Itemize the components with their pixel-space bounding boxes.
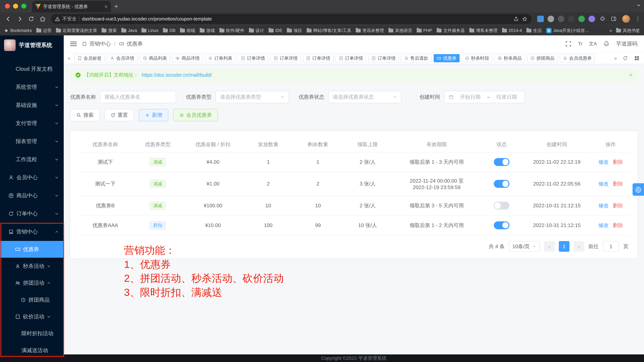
- bookmark-item[interactable]: 网站/博客/文章/工具: [307, 28, 351, 34]
- alert-close-icon[interactable]: ×: [629, 72, 632, 78]
- member-coupon-button[interactable]: 会员优惠券: [173, 109, 218, 121]
- tagsview-tab[interactable]: 订单详情: [368, 54, 399, 62]
- browser-tab[interactable]: 芋道管理系统 - 优惠券 ×: [32, 1, 111, 12]
- hamburger-icon[interactable]: [70, 42, 77, 46]
- new-tab-button[interactable]: +: [111, 1, 122, 12]
- sidebar-item-marketing-center[interactable]: 营销中心: [0, 223, 64, 241]
- font-size-icon[interactable]: Tr: [578, 41, 582, 47]
- bookmark-item-bilibili[interactable]: BJava开发|小组首...: [546, 28, 589, 34]
- tagsview-tab[interactable]: 订单详情: [336, 54, 366, 62]
- delete-link[interactable]: 删除: [613, 222, 623, 228]
- tagsview-tab[interactable]: 秒杀商品: [494, 54, 525, 62]
- sidebar-item-report[interactable]: 报表管理: [0, 132, 64, 151]
- delete-link[interactable]: 删除: [613, 159, 623, 165]
- sidebar-item-seckill[interactable]: 秒杀活动: [0, 258, 64, 274]
- sidebar-item-infra[interactable]: 基础设施: [0, 96, 64, 114]
- tags-refresh-icon[interactable]: [620, 56, 630, 61]
- bookmark-item[interactable]: 文件服务器: [437, 28, 465, 34]
- sidebar-item-product-center[interactable]: 商品中心: [0, 187, 64, 205]
- status-toggle[interactable]: [494, 180, 510, 188]
- delete-link[interactable]: 删除: [613, 203, 623, 208]
- minimize-window-button[interactable]: [13, 4, 18, 9]
- status-toggle[interactable]: [494, 158, 510, 166]
- extension-icon[interactable]: [548, 16, 554, 22]
- status-toggle[interactable]: [494, 202, 510, 209]
- share-icon[interactable]: [514, 16, 519, 22]
- sidebar-item-groupbuy[interactable]: 拼团活动: [0, 275, 64, 291]
- tab-close-icon[interactable]: ×: [104, 4, 108, 9]
- tags-scroll-left-icon[interactable]: «: [66, 55, 72, 61]
- sidebar-item-workflow[interactable]: 工作流程: [0, 151, 64, 169]
- user-name[interactable]: 芋道源码: [616, 40, 638, 48]
- bookmark-item[interactable]: DB: [163, 28, 176, 33]
- bookmark-item[interactable]: 近期需要读的文章: [56, 28, 97, 34]
- tagsview-tab[interactable]: 订单详情: [270, 54, 301, 62]
- doc-link[interactable]: https://doc.iocoder.cn/mall/build/: [142, 72, 212, 78]
- extension-icon[interactable]: [588, 16, 595, 22]
- sidebar-item-cloud-docs[interactable]: Cloud 开发文档: [0, 60, 64, 78]
- bookmark-item[interactable]: Linux: [142, 28, 158, 33]
- extension-icon[interactable]: [568, 16, 575, 22]
- home-icon[interactable]: [38, 14, 48, 24]
- bookmark-item[interactable]: 游戏: [200, 28, 215, 34]
- edit-link[interactable]: 修改: [598, 203, 609, 208]
- sidebar-item-bargain[interactable]: 砍价活动: [0, 308, 64, 325]
- other-bookmarks[interactable]: 其他书签: [616, 28, 640, 34]
- tags-scroll-right-icon[interactable]: »: [612, 55, 618, 61]
- extension-icon[interactable]: [578, 16, 585, 22]
- tagsview-tab[interactable]: 商品列表: [140, 54, 170, 62]
- reset-button[interactable]: 重置: [104, 109, 134, 121]
- bookmarks-overflow-chevron[interactable]: »: [610, 28, 612, 33]
- app-logo[interactable]: 芋道管理系统: [0, 35, 64, 55]
- language-icon[interactable]: 文A: [589, 41, 597, 47]
- sidebar-item-discount-activity[interactable]: 限时折扣活动: [0, 325, 64, 342]
- tagsview-tab[interactable]: 商品详情: [172, 54, 203, 62]
- sidebar-item-system[interactable]: 系统管理: [0, 78, 64, 96]
- close-window-button[interactable]: [5, 4, 10, 9]
- bookmark-item[interactable]: Java: [121, 28, 137, 33]
- bell-icon[interactable]: [603, 41, 610, 47]
- sidebar-item-order-center[interactable]: 订单中心: [0, 205, 64, 223]
- tagsview-tab[interactable]: 会员详情: [107, 54, 138, 62]
- edit-link[interactable]: 修改: [598, 222, 609, 228]
- forward-icon[interactable]: [15, 14, 25, 24]
- extension-icon[interactable]: [537, 16, 544, 22]
- status-toggle[interactable]: [494, 221, 510, 229]
- bookmark-item[interactable]: 资讯未整理: [356, 28, 384, 34]
- current-page-button[interactable]: 1: [559, 241, 570, 252]
- bookmark-item[interactable]: 软件/硬件: [220, 28, 244, 34]
- bookmark-item[interactable]: PHP: [417, 28, 432, 33]
- coupon-name-input[interactable]: [100, 91, 176, 103]
- side-panel-icon[interactable]: [610, 15, 618, 23]
- coupon-type-select[interactable]: 请选择优惠券类型: [216, 91, 288, 103]
- sidebar-item-groupbuy-product[interactable]: 拼团商品: [0, 291, 64, 308]
- prev-page-button[interactable]: ‹: [544, 241, 555, 252]
- bookmark-item[interactable]: 搜索: [102, 28, 117, 34]
- extensions-puzzle-icon[interactable]: [599, 15, 606, 23]
- tab-overflow-chevron-icon[interactable]: [636, 3, 640, 7]
- bookmark-item[interactable]: 生活: [526, 28, 542, 34]
- goto-page-input[interactable]: [603, 241, 619, 252]
- tagsview-tab-active[interactable]: 优惠券: [434, 54, 460, 62]
- tagsview-tab[interactable]: 秒杀时段: [462, 54, 492, 62]
- bookmark-item[interactable]: 2014-4: [502, 28, 522, 33]
- sidebar-item-pay[interactable]: 支付管理: [0, 114, 64, 132]
- tagsview-tab[interactable]: 订单详情: [303, 54, 334, 62]
- sidebar-item-coupon[interactable]: 优惠券: [0, 241, 64, 258]
- tagsview-tab[interactable]: 订单列表: [205, 54, 236, 62]
- bookmark-item[interactable]: 其他语言: [388, 28, 412, 34]
- bookmark-item[interactable]: IDE: [268, 28, 282, 33]
- search-button[interactable]: 搜索: [70, 109, 100, 121]
- back-icon[interactable]: [3, 14, 13, 24]
- delete-link[interactable]: 删除: [613, 181, 623, 187]
- bookmark-item[interactable]: 项目: [287, 28, 302, 34]
- bookmark-item[interactable]: 运营: [36, 28, 52, 34]
- next-page-button[interactable]: ›: [574, 241, 584, 252]
- settings-gear-button[interactable]: [632, 183, 644, 196]
- sidebar-item-member-center[interactable]: 会员中心: [0, 169, 64, 187]
- tagsview-tab[interactable]: 会员标签: [74, 54, 105, 62]
- tagsview-tab[interactable]: 拼团商品: [527, 54, 558, 62]
- bookmark-item[interactable]: 博客未整理: [469, 28, 497, 34]
- bookmarks-root[interactable]: Bookmarks: [4, 28, 32, 33]
- bookmark-star-icon[interactable]: [522, 16, 527, 22]
